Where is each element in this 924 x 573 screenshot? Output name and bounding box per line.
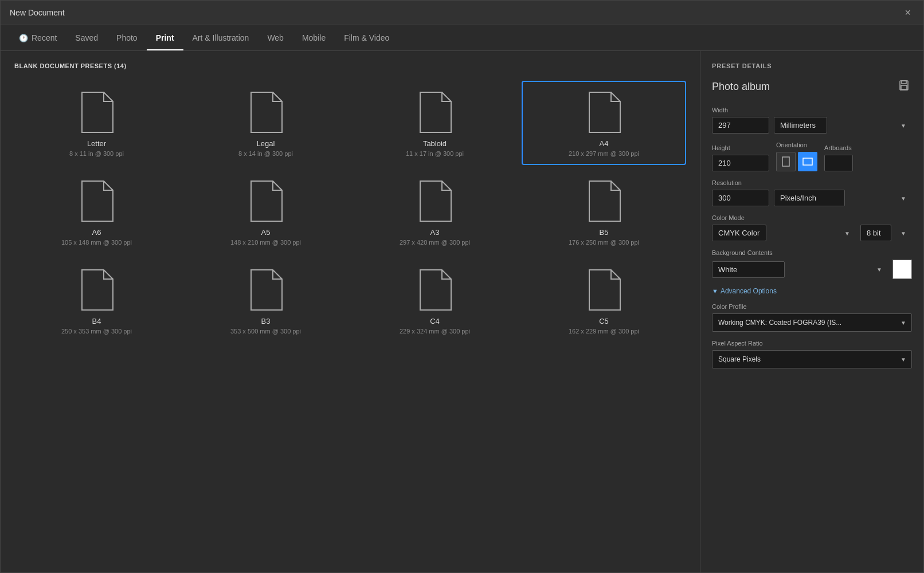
color-mode-label: Color Mode xyxy=(712,214,912,221)
tab-print[interactable]: Print xyxy=(147,25,183,50)
preset-name: C5 xyxy=(599,317,609,325)
svg-rect-4 xyxy=(803,158,812,165)
preset-name: Tabloid xyxy=(423,139,447,148)
advanced-options-toggle[interactable]: ▼ Advanced Options xyxy=(712,287,912,295)
tab-mobile[interactable]: Mobile xyxy=(293,25,335,50)
save-preset-button[interactable] xyxy=(896,77,912,96)
preset-size: 105 x 148 mm @ 300 ppi xyxy=(61,239,132,246)
preset-size: 210 x 297 mm @ 300 ppi xyxy=(569,150,639,157)
resolution-unit-select[interactable]: Pixels/Inch Pixels/Centimeter xyxy=(774,190,845,206)
tab-web[interactable]: Web xyxy=(258,25,293,50)
document-icon xyxy=(80,91,114,134)
preset-name: B5 xyxy=(600,228,609,237)
tab-recent[interactable]: 🕐 Recent xyxy=(10,25,66,50)
width-unit-wrapper: Millimeters Pixels Inches Centimeters xyxy=(774,117,912,134)
document-icon xyxy=(418,269,452,311)
preset-a5[interactable]: A5 148 x 210 mm @ 300 ppi xyxy=(183,170,348,254)
bg-contents-select[interactable]: White Black Background Color Transparent xyxy=(712,261,785,278)
height-label: Height xyxy=(712,144,769,151)
preset-a3[interactable]: A3 297 x 420 mm @ 300 ppi xyxy=(353,170,517,254)
resolution-input[interactable] xyxy=(712,190,769,206)
save-icon xyxy=(898,80,910,91)
preset-letter[interactable]: Letter 8 x 11 in @ 300 ppi xyxy=(14,81,179,165)
preset-size: 250 x 353 mm @ 300 ppi xyxy=(61,328,132,335)
color-profile-select[interactable]: Working CMYK: Coated FOGRA39 (IS... xyxy=(712,313,912,332)
color-bit-select[interactable]: 8 bit 16 bit 32 bit xyxy=(860,225,891,241)
preset-name-row xyxy=(712,77,912,96)
preset-name: A5 xyxy=(261,228,271,237)
artboards-input[interactable] xyxy=(824,155,853,171)
document-icon xyxy=(418,91,452,134)
preset-size: 229 x 324 mm @ 300 ppi xyxy=(400,328,470,335)
bg-color-swatch[interactable] xyxy=(892,260,912,279)
color-profile-label: Color Profile xyxy=(712,303,912,310)
preset-a6[interactable]: A6 105 x 148 mm @ 300 ppi xyxy=(14,170,179,254)
color-mode-wrapper: CMYK Color RGB Color Grayscale Lab Color… xyxy=(712,225,856,241)
preset-name-input[interactable] xyxy=(712,81,896,93)
preset-name: B3 xyxy=(261,317,271,325)
preset-tabloid[interactable]: Tabloid 11 x 17 in @ 300 ppi xyxy=(353,81,517,165)
orientation-section: Orientation xyxy=(776,142,817,171)
preset-a4[interactable]: A4 210 x 297 mm @ 300 ppi xyxy=(522,81,686,165)
artboards-section: Artboards xyxy=(824,144,853,171)
document-icon xyxy=(80,180,114,222)
preset-size: 176 x 250 mm @ 300 ppi xyxy=(569,239,639,246)
portrait-icon xyxy=(782,156,790,167)
bg-contents-label: Background Contents xyxy=(712,249,912,256)
preset-size: 297 x 420 mm @ 300 ppi xyxy=(400,239,470,246)
document-icon xyxy=(587,269,621,311)
color-mode-row: CMYK Color RGB Color Grayscale Lab Color… xyxy=(712,225,912,241)
preset-c4[interactable]: C4 229 x 324 mm @ 300 ppi xyxy=(353,258,517,343)
orientation-label: Orientation xyxy=(776,142,817,148)
preset-name: B4 xyxy=(92,317,101,325)
landscape-button[interactable] xyxy=(798,152,817,171)
width-unit-select[interactable]: Millimeters Pixels Inches Centimeters xyxy=(774,117,827,134)
color-profile-wrapper: Working CMYK: Coated FOGRA39 (IS... xyxy=(712,313,912,332)
width-label: Width xyxy=(712,107,912,113)
artboards-label: Artboards xyxy=(824,144,853,151)
document-icon xyxy=(587,91,621,134)
width-input[interactable] xyxy=(712,117,769,134)
preset-b5[interactable]: B5 176 x 250 mm @ 300 ppi xyxy=(522,170,686,254)
preset-size: 11 x 17 in @ 300 ppi xyxy=(406,150,464,157)
color-mode-select[interactable]: CMYK Color RGB Color Grayscale Lab Color… xyxy=(712,225,766,241)
pixel-ratio-select[interactable]: Square Pixels D1/DV NTSC (0.91) D1/DV PA… xyxy=(712,350,912,368)
preset-size: 8 x 11 in @ 300 ppi xyxy=(69,150,124,157)
document-icon xyxy=(249,91,283,134)
svg-rect-2 xyxy=(901,85,907,89)
preset-name: C4 xyxy=(430,317,440,325)
preset-legal[interactable]: Legal 8 x 14 in @ 300 ppi xyxy=(183,81,348,165)
document-icon xyxy=(587,180,621,222)
preset-b4[interactable]: B4 250 x 353 mm @ 300 ppi xyxy=(14,258,179,343)
preset-name: Letter xyxy=(87,139,106,148)
dialog-title: New Document xyxy=(10,8,65,17)
close-button[interactable]: × xyxy=(901,6,914,19)
preset-size: 8 x 14 in @ 300 ppi xyxy=(238,150,293,157)
resolution-unit-wrapper: Pixels/Inch Pixels/Centimeter xyxy=(774,190,912,206)
preset-size: 162 x 229 mm @ 300 ppi xyxy=(569,328,639,335)
orientation-buttons xyxy=(776,152,817,171)
main-area: BLANK DOCUMENT PRESETS (14) Letter 8 x 1… xyxy=(1,51,923,572)
svg-rect-3 xyxy=(782,157,789,166)
resolution-label: Resolution xyxy=(712,179,912,186)
preset-name: A3 xyxy=(430,228,440,237)
width-row: Millimeters Pixels Inches Centimeters xyxy=(712,117,912,134)
preset-c5[interactable]: C5 162 x 229 mm @ 300 ppi xyxy=(522,258,686,343)
preset-size: 148 x 210 mm @ 300 ppi xyxy=(230,239,301,246)
preset-name: A6 xyxy=(92,228,101,237)
resolution-row: Pixels/Inch Pixels/Centimeter xyxy=(712,190,912,206)
height-input[interactable] xyxy=(712,155,769,171)
tab-saved[interactable]: Saved xyxy=(66,25,107,50)
portrait-button[interactable] xyxy=(776,152,796,171)
tab-art[interactable]: Art & Illustration xyxy=(183,25,259,50)
presets-panel: BLANK DOCUMENT PRESETS (14) Letter 8 x 1… xyxy=(1,51,700,572)
tab-film[interactable]: Film & Video xyxy=(335,25,398,50)
color-bit-wrapper: 8 bit 16 bit 32 bit xyxy=(860,225,912,241)
preset-name: Legal xyxy=(257,139,275,148)
preset-details-panel: PRESET DETAILS Width Millime xyxy=(700,51,923,572)
chevron-down-icon: ▼ xyxy=(712,288,718,295)
document-icon xyxy=(249,269,283,311)
pixel-ratio-wrapper: Square Pixels D1/DV NTSC (0.91) D1/DV PA… xyxy=(712,350,912,368)
preset-b3[interactable]: B3 353 x 500 mm @ 300 ppi xyxy=(183,258,348,343)
tab-photo[interactable]: Photo xyxy=(107,25,147,50)
